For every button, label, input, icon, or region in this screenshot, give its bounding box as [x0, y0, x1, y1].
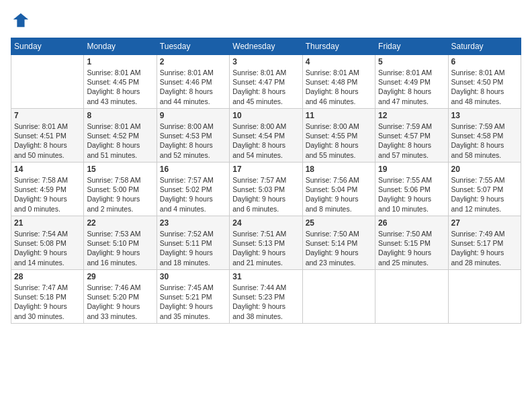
- calendar-cell: 24Sunrise: 7:51 AMSunset: 5:13 PMDayligh…: [230, 216, 302, 270]
- day-number: 20: [451, 165, 518, 174]
- header-saturday: Saturday: [448, 38, 521, 55]
- day-info: Sunrise: 7:58 AMSunset: 5:00 PMDaylight:…: [87, 175, 153, 214]
- day-info: Sunrise: 7:50 AMSunset: 5:15 PMDaylight:…: [378, 229, 445, 267]
- day-number: 2: [160, 57, 226, 66]
- day-number: 24: [232, 218, 299, 228]
- day-number: 16: [160, 165, 226, 174]
- calendar-cell: [302, 270, 375, 324]
- day-number: 27: [451, 218, 518, 228]
- calendar-header-row: SundayMondayTuesdayWednesdayThursdayFrid…: [11, 38, 521, 55]
- day-number: 9: [160, 111, 226, 120]
- calendar-cell: 5Sunrise: 8:01 AMSunset: 4:49 PMDaylight…: [375, 55, 448, 109]
- day-info: Sunrise: 8:01 AMSunset: 4:46 PMDaylight:…: [160, 68, 226, 106]
- calendar-cell: 30Sunrise: 7:45 AMSunset: 5:21 PMDayligh…: [157, 270, 229, 324]
- calendar-cell: 6Sunrise: 8:01 AMSunset: 4:50 PMDaylight…: [448, 55, 521, 109]
- calendar-cell: 23Sunrise: 7:52 AMSunset: 5:11 PMDayligh…: [157, 216, 229, 270]
- calendar-cell: 15Sunrise: 7:58 AMSunset: 5:00 PMDayligh…: [84, 163, 157, 216]
- day-info: Sunrise: 7:45 AMSunset: 5:21 PMDaylight:…: [160, 283, 226, 321]
- day-number: 5: [378, 57, 445, 66]
- day-info: Sunrise: 7:57 AMSunset: 5:03 PMDaylight:…: [232, 175, 299, 214]
- calendar-cell: 2Sunrise: 8:01 AMSunset: 4:46 PMDaylight…: [157, 55, 229, 109]
- calendar-cell: 7Sunrise: 8:01 AMSunset: 4:51 PMDaylight…: [11, 109, 84, 163]
- day-info: Sunrise: 7:55 AMSunset: 5:06 PMDaylight:…: [378, 175, 445, 214]
- calendar-cell: 17Sunrise: 7:57 AMSunset: 5:03 PMDayligh…: [230, 163, 302, 216]
- page-header: [11, 11, 521, 30]
- day-info: Sunrise: 8:01 AMSunset: 4:51 PMDaylight:…: [14, 122, 81, 160]
- day-number: 23: [160, 218, 226, 228]
- calendar-cell: [11, 55, 84, 109]
- calendar-cell: 18Sunrise: 7:56 AMSunset: 5:04 PMDayligh…: [302, 163, 375, 216]
- day-number: 29: [87, 272, 153, 281]
- day-info: Sunrise: 8:00 AMSunset: 4:53 PMDaylight:…: [160, 122, 226, 160]
- day-number: 11: [306, 111, 372, 120]
- calendar-cell: 12Sunrise: 7:59 AMSunset: 4:57 PMDayligh…: [375, 109, 448, 163]
- day-number: 25: [306, 218, 372, 228]
- calendar-cell: [448, 270, 521, 324]
- calendar-cell: 11Sunrise: 8:00 AMSunset: 4:55 PMDayligh…: [302, 109, 375, 163]
- calendar-cell: 14Sunrise: 7:58 AMSunset: 4:59 PMDayligh…: [11, 163, 84, 216]
- header-thursday: Thursday: [302, 38, 375, 55]
- day-info: Sunrise: 8:01 AMSunset: 4:45 PMDaylight:…: [87, 68, 153, 106]
- day-info: Sunrise: 7:52 AMSunset: 5:11 PMDaylight:…: [160, 229, 226, 267]
- day-info: Sunrise: 7:50 AMSunset: 5:14 PMDaylight:…: [306, 229, 372, 267]
- day-info: Sunrise: 7:57 AMSunset: 5:02 PMDaylight:…: [160, 175, 226, 214]
- day-number: 7: [14, 111, 81, 120]
- day-info: Sunrise: 8:01 AMSunset: 4:49 PMDaylight:…: [378, 68, 445, 106]
- day-info: Sunrise: 8:01 AMSunset: 4:52 PMDaylight:…: [87, 122, 153, 160]
- day-number: 6: [451, 57, 518, 66]
- day-number: 8: [87, 111, 153, 120]
- calendar-cell: 26Sunrise: 7:50 AMSunset: 5:15 PMDayligh…: [375, 216, 448, 270]
- calendar-cell: 3Sunrise: 8:01 AMSunset: 4:47 PMDaylight…: [230, 55, 302, 109]
- day-number: 26: [378, 218, 445, 228]
- day-info: Sunrise: 7:54 AMSunset: 5:08 PMDaylight:…: [14, 229, 81, 267]
- header-friday: Friday: [375, 38, 448, 55]
- calendar-table: SundayMondayTuesdayWednesdayThursdayFrid…: [11, 38, 521, 324]
- calendar-cell: 8Sunrise: 8:01 AMSunset: 4:52 PMDaylight…: [84, 109, 157, 163]
- day-number: 12: [378, 111, 445, 120]
- svg-marker-0: [13, 13, 28, 28]
- day-info: Sunrise: 7:55 AMSunset: 5:07 PMDaylight:…: [451, 175, 518, 214]
- day-number: 31: [232, 272, 299, 281]
- logo: [11, 11, 32, 30]
- calendar-week-row: 14Sunrise: 7:58 AMSunset: 4:59 PMDayligh…: [11, 163, 521, 216]
- calendar-cell: 22Sunrise: 7:53 AMSunset: 5:10 PMDayligh…: [84, 216, 157, 270]
- day-info: Sunrise: 8:01 AMSunset: 4:47 PMDaylight:…: [232, 68, 299, 106]
- calendar-cell: 9Sunrise: 8:00 AMSunset: 4:53 PMDaylight…: [157, 109, 229, 163]
- header-wednesday: Wednesday: [230, 38, 302, 55]
- calendar-cell: 19Sunrise: 7:55 AMSunset: 5:06 PMDayligh…: [375, 163, 448, 216]
- day-number: 21: [14, 218, 81, 228]
- day-info: Sunrise: 7:44 AMSunset: 5:23 PMDaylight:…: [232, 283, 299, 321]
- calendar-cell: 13Sunrise: 7:59 AMSunset: 4:58 PMDayligh…: [448, 109, 521, 163]
- calendar-cell: 21Sunrise: 7:54 AMSunset: 5:08 PMDayligh…: [11, 216, 84, 270]
- day-info: Sunrise: 8:01 AMSunset: 4:48 PMDaylight:…: [306, 68, 372, 106]
- day-info: Sunrise: 7:47 AMSunset: 5:18 PMDaylight:…: [14, 283, 81, 321]
- calendar-cell: 10Sunrise: 8:00 AMSunset: 4:54 PMDayligh…: [230, 109, 302, 163]
- day-number: 28: [14, 272, 81, 281]
- day-info: Sunrise: 7:59 AMSunset: 4:57 PMDaylight:…: [378, 122, 445, 160]
- calendar-week-row: 1Sunrise: 8:01 AMSunset: 4:45 PMDaylight…: [11, 55, 521, 109]
- calendar-cell: 25Sunrise: 7:50 AMSunset: 5:14 PMDayligh…: [302, 216, 375, 270]
- day-number: 10: [232, 111, 299, 120]
- calendar-cell: 31Sunrise: 7:44 AMSunset: 5:23 PMDayligh…: [230, 270, 302, 324]
- calendar-cell: 28Sunrise: 7:47 AMSunset: 5:18 PMDayligh…: [11, 270, 84, 324]
- day-number: 22: [87, 218, 153, 228]
- calendar-week-row: 28Sunrise: 7:47 AMSunset: 5:18 PMDayligh…: [11, 270, 521, 324]
- calendar-cell: 1Sunrise: 8:01 AMSunset: 4:45 PMDaylight…: [84, 55, 157, 109]
- day-info: Sunrise: 7:49 AMSunset: 5:17 PMDaylight:…: [451, 229, 518, 267]
- logo-icon: [11, 11, 30, 30]
- calendar-cell: 16Sunrise: 7:57 AMSunset: 5:02 PMDayligh…: [157, 163, 229, 216]
- day-number: 14: [14, 165, 81, 174]
- day-info: Sunrise: 8:00 AMSunset: 4:55 PMDaylight:…: [306, 122, 372, 160]
- day-info: Sunrise: 8:00 AMSunset: 4:54 PMDaylight:…: [232, 122, 299, 160]
- day-info: Sunrise: 7:56 AMSunset: 5:04 PMDaylight:…: [306, 175, 372, 214]
- calendar-cell: 20Sunrise: 7:55 AMSunset: 5:07 PMDayligh…: [448, 163, 521, 216]
- calendar-cell: [375, 270, 448, 324]
- day-number: 17: [232, 165, 299, 174]
- day-info: Sunrise: 7:59 AMSunset: 4:58 PMDaylight:…: [451, 122, 518, 160]
- day-info: Sunrise: 7:46 AMSunset: 5:20 PMDaylight:…: [87, 283, 153, 321]
- day-info: Sunrise: 7:51 AMSunset: 5:13 PMDaylight:…: [232, 229, 299, 267]
- calendar-week-row: 7Sunrise: 8:01 AMSunset: 4:51 PMDaylight…: [11, 109, 521, 163]
- calendar-week-row: 21Sunrise: 7:54 AMSunset: 5:08 PMDayligh…: [11, 216, 521, 270]
- header-monday: Monday: [84, 38, 157, 55]
- day-number: 13: [451, 111, 518, 120]
